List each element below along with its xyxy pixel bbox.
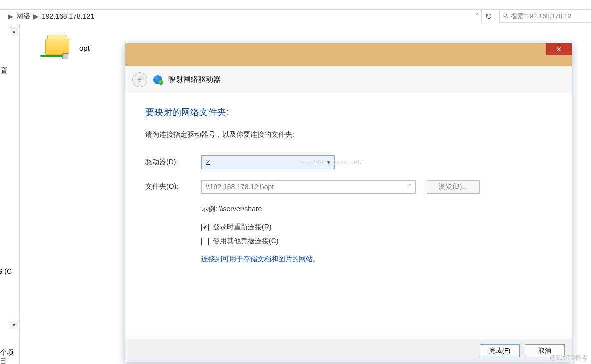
browse-label: 浏览(B)... xyxy=(439,182,468,191)
example-text: 示例: \\server\share xyxy=(201,205,552,214)
folder-label: 文件夹(O): xyxy=(145,182,201,191)
finish-label: 完成(F) xyxy=(489,346,511,355)
chevron-down-icon[interactable]: ˅ xyxy=(475,13,478,20)
close-icon: ✕ xyxy=(556,45,562,53)
arrow-left-icon xyxy=(136,76,144,84)
scroll-down-button[interactable]: ▾ xyxy=(10,321,18,329)
dialog-description: 请为连接指定驱动器号，以及你要连接的文件夹: xyxy=(145,130,552,139)
chevron-down-icon: ▾ xyxy=(327,159,330,166)
search-input[interactable]: 搜索"192.168.178.12 xyxy=(499,10,591,23)
share-folder-name: opt xyxy=(79,44,90,52)
other-credentials-label: 使用其他凭据连接(C) xyxy=(213,237,278,246)
drive-value: Z: xyxy=(206,158,212,166)
chevron-down-icon: ˅ xyxy=(408,183,411,190)
watermark: @51CTO博客 xyxy=(550,354,587,362)
folder-input[interactable]: \\192.168.178.121\opt ˅ xyxy=(201,180,416,194)
address-bar-row: ▶ 网络 ▶ 192.168.178.121 ˅ 搜索"192.168.178.… xyxy=(0,9,591,23)
drive-select[interactable]: Z: ▾ xyxy=(201,155,335,169)
reconnect-label: 登录时重新连接(R) xyxy=(213,223,271,232)
drive-row: 驱动器(D): Z: ▾ xyxy=(145,155,552,169)
breadcrumb-root[interactable]: 网络 xyxy=(16,12,30,21)
svg-line-1 xyxy=(507,16,508,18)
finish-button[interactable]: 完成(F) xyxy=(480,344,520,357)
back-button[interactable] xyxy=(132,72,147,87)
reconnect-checkbox[interactable]: 登录时重新连接(R) xyxy=(201,223,552,232)
breadcrumb[interactable]: ▶ 网络 ▶ 192.168.178.121 ˅ xyxy=(0,12,481,21)
close-button[interactable]: ✕ xyxy=(546,43,572,55)
chevron-right-icon: ▶ xyxy=(8,12,13,20)
sidebar-fragment-1: 置 xyxy=(1,66,8,75)
status-fragment: 个项目 xyxy=(0,348,19,364)
dialog-title: 映射网络驱动器 xyxy=(168,75,221,84)
breadcrumb-location[interactable]: 192.168.178.121 xyxy=(42,12,94,20)
dialog-titlebar: 映射网络驱动器 xyxy=(125,66,572,93)
search-icon xyxy=(503,13,509,20)
checkbox-icon xyxy=(201,224,209,231)
sentence-period: 。 xyxy=(313,255,320,263)
chevron-right-icon: ▶ xyxy=(33,12,39,20)
sidebar: ▴ 置 S (C ▾ 个项目 xyxy=(0,24,20,364)
storage-website-link[interactable]: 连接到可用于存储文档和图片的网站 xyxy=(201,255,313,263)
other-credentials-checkbox[interactable]: 使用其他凭据连接(C) xyxy=(201,237,552,246)
svg-point-0 xyxy=(504,14,507,17)
network-folder-icon xyxy=(43,34,73,62)
checkbox-icon xyxy=(201,238,209,245)
refresh-icon xyxy=(485,13,492,20)
network-drive-icon xyxy=(153,75,162,84)
dialog-footer: 完成(F) 取消 xyxy=(125,339,572,362)
folder-row: 文件夹(O): \\192.168.178.121\opt ˅ 浏览(B)... xyxy=(145,180,552,194)
dialog-body: 要映射的网络文件夹: 请为连接指定驱动器号，以及你要连接的文件夹: 驱动器(D)… xyxy=(125,93,572,269)
folder-value: \\192.168.178.121\opt xyxy=(206,183,274,191)
browse-button[interactable]: 浏览(B)... xyxy=(427,180,480,194)
dialog-chrome-top: ✕ xyxy=(125,43,572,66)
map-network-drive-dialog: ✕ 映射网络驱动器 要映射的网络文件夹: 请为连接指定驱动器号，以及你要连接的文… xyxy=(125,43,572,362)
drive-label: 驱动器(D): xyxy=(145,158,201,167)
sidebar-fragment-2: S (C xyxy=(0,267,12,275)
search-placeholder: 搜索"192.168.178.12 xyxy=(511,12,571,21)
scroll-up-button[interactable]: ▴ xyxy=(10,27,18,35)
cancel-label: 取消 xyxy=(538,346,551,355)
refresh-button[interactable] xyxy=(481,9,495,23)
dialog-heading: 要映射的网络文件夹: xyxy=(145,106,552,118)
